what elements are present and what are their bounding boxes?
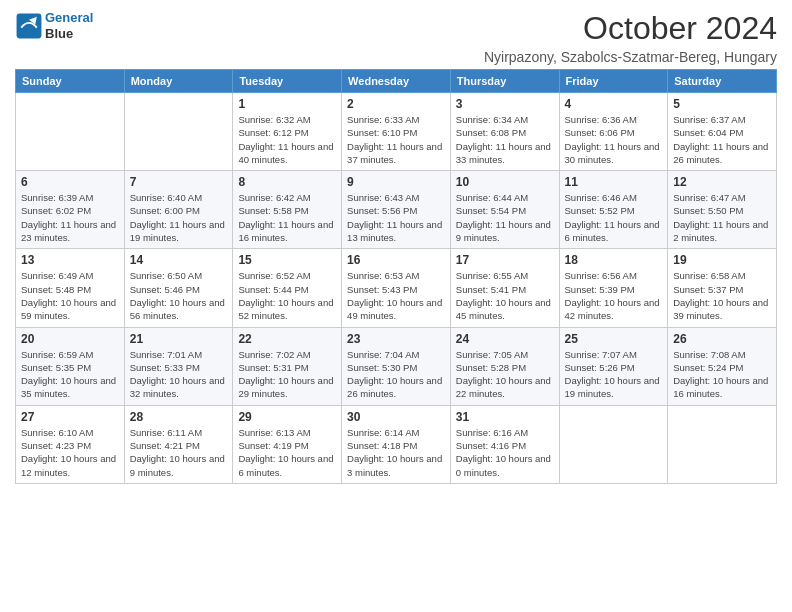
- calendar-cell: 28Sunrise: 6:11 AM Sunset: 4:21 PM Dayli…: [124, 405, 233, 483]
- day-info: Sunrise: 6:55 AM Sunset: 5:41 PM Dayligh…: [456, 269, 554, 322]
- calendar-cell: 25Sunrise: 7:07 AM Sunset: 5:26 PM Dayli…: [559, 327, 668, 405]
- day-info: Sunrise: 7:01 AM Sunset: 5:33 PM Dayligh…: [130, 348, 228, 401]
- day-info: Sunrise: 6:50 AM Sunset: 5:46 PM Dayligh…: [130, 269, 228, 322]
- day-number: 11: [565, 175, 663, 189]
- calendar-week-row: 20Sunrise: 6:59 AM Sunset: 5:35 PM Dayli…: [16, 327, 777, 405]
- day-number: 25: [565, 332, 663, 346]
- day-number: 18: [565, 253, 663, 267]
- day-number: 30: [347, 410, 445, 424]
- calendar-cell: 19Sunrise: 6:58 AM Sunset: 5:37 PM Dayli…: [668, 249, 777, 327]
- day-number: 1: [238, 97, 336, 111]
- day-number: 20: [21, 332, 119, 346]
- calendar-cell: 3Sunrise: 6:34 AM Sunset: 6:08 PM Daylig…: [450, 93, 559, 171]
- calendar-cell: 14Sunrise: 6:50 AM Sunset: 5:46 PM Dayli…: [124, 249, 233, 327]
- calendar-cell: 20Sunrise: 6:59 AM Sunset: 5:35 PM Dayli…: [16, 327, 125, 405]
- day-number: 28: [130, 410, 228, 424]
- page-header: General Blue October 2024 Nyirpazony, Sz…: [15, 10, 777, 65]
- day-number: 19: [673, 253, 771, 267]
- day-info: Sunrise: 6:52 AM Sunset: 5:44 PM Dayligh…: [238, 269, 336, 322]
- day-info: Sunrise: 7:08 AM Sunset: 5:24 PM Dayligh…: [673, 348, 771, 401]
- calendar-cell: [668, 405, 777, 483]
- day-info: Sunrise: 6:11 AM Sunset: 4:21 PM Dayligh…: [130, 426, 228, 479]
- day-info: Sunrise: 6:34 AM Sunset: 6:08 PM Dayligh…: [456, 113, 554, 166]
- day-info: Sunrise: 6:47 AM Sunset: 5:50 PM Dayligh…: [673, 191, 771, 244]
- calendar-cell: 7Sunrise: 6:40 AM Sunset: 6:00 PM Daylig…: [124, 171, 233, 249]
- logo-line2: Blue: [45, 26, 93, 42]
- day-number: 16: [347, 253, 445, 267]
- calendar-cell: 1Sunrise: 6:32 AM Sunset: 6:12 PM Daylig…: [233, 93, 342, 171]
- day-info: Sunrise: 6:33 AM Sunset: 6:10 PM Dayligh…: [347, 113, 445, 166]
- day-number: 15: [238, 253, 336, 267]
- calendar-cell: [16, 93, 125, 171]
- day-of-week-header: Tuesday: [233, 70, 342, 93]
- calendar-cell: 17Sunrise: 6:55 AM Sunset: 5:41 PM Dayli…: [450, 249, 559, 327]
- calendar-cell: 27Sunrise: 6:10 AM Sunset: 4:23 PM Dayli…: [16, 405, 125, 483]
- day-info: Sunrise: 6:42 AM Sunset: 5:58 PM Dayligh…: [238, 191, 336, 244]
- day-number: 22: [238, 332, 336, 346]
- calendar-cell: 31Sunrise: 6:16 AM Sunset: 4:16 PM Dayli…: [450, 405, 559, 483]
- location: Nyirpazony, Szabolcs-Szatmar-Bereg, Hung…: [484, 49, 777, 65]
- day-number: 6: [21, 175, 119, 189]
- day-info: Sunrise: 6:44 AM Sunset: 5:54 PM Dayligh…: [456, 191, 554, 244]
- day-info: Sunrise: 6:49 AM Sunset: 5:48 PM Dayligh…: [21, 269, 119, 322]
- day-info: Sunrise: 6:37 AM Sunset: 6:04 PM Dayligh…: [673, 113, 771, 166]
- calendar-cell: 18Sunrise: 6:56 AM Sunset: 5:39 PM Dayli…: [559, 249, 668, 327]
- day-number: 24: [456, 332, 554, 346]
- day-number: 23: [347, 332, 445, 346]
- day-number: 4: [565, 97, 663, 111]
- day-number: 27: [21, 410, 119, 424]
- calendar-week-row: 13Sunrise: 6:49 AM Sunset: 5:48 PM Dayli…: [16, 249, 777, 327]
- day-of-week-header: Thursday: [450, 70, 559, 93]
- day-number: 10: [456, 175, 554, 189]
- day-number: 31: [456, 410, 554, 424]
- day-of-week-header: Friday: [559, 70, 668, 93]
- calendar-cell: 23Sunrise: 7:04 AM Sunset: 5:30 PM Dayli…: [342, 327, 451, 405]
- calendar-cell: 4Sunrise: 6:36 AM Sunset: 6:06 PM Daylig…: [559, 93, 668, 171]
- calendar-cell: 10Sunrise: 6:44 AM Sunset: 5:54 PM Dayli…: [450, 171, 559, 249]
- day-number: 21: [130, 332, 228, 346]
- calendar-cell: 13Sunrise: 6:49 AM Sunset: 5:48 PM Dayli…: [16, 249, 125, 327]
- title-section: October 2024 Nyirpazony, Szabolcs-Szatma…: [484, 10, 777, 65]
- calendar-cell: 9Sunrise: 6:43 AM Sunset: 5:56 PM Daylig…: [342, 171, 451, 249]
- calendar-cell: 8Sunrise: 6:42 AM Sunset: 5:58 PM Daylig…: [233, 171, 342, 249]
- svg-rect-0: [17, 13, 42, 38]
- calendar-cell: 12Sunrise: 6:47 AM Sunset: 5:50 PM Dayli…: [668, 171, 777, 249]
- day-number: 13: [21, 253, 119, 267]
- day-info: Sunrise: 6:13 AM Sunset: 4:19 PM Dayligh…: [238, 426, 336, 479]
- day-info: Sunrise: 7:02 AM Sunset: 5:31 PM Dayligh…: [238, 348, 336, 401]
- calendar-cell: 21Sunrise: 7:01 AM Sunset: 5:33 PM Dayli…: [124, 327, 233, 405]
- calendar-cell: 22Sunrise: 7:02 AM Sunset: 5:31 PM Dayli…: [233, 327, 342, 405]
- calendar-week-row: 1Sunrise: 6:32 AM Sunset: 6:12 PM Daylig…: [16, 93, 777, 171]
- day-info: Sunrise: 7:04 AM Sunset: 5:30 PM Dayligh…: [347, 348, 445, 401]
- calendar-cell: [124, 93, 233, 171]
- day-of-week-header: Wednesday: [342, 70, 451, 93]
- day-info: Sunrise: 6:16 AM Sunset: 4:16 PM Dayligh…: [456, 426, 554, 479]
- day-info: Sunrise: 6:43 AM Sunset: 5:56 PM Dayligh…: [347, 191, 445, 244]
- logo-line1: General: [45, 10, 93, 25]
- day-info: Sunrise: 6:59 AM Sunset: 5:35 PM Dayligh…: [21, 348, 119, 401]
- logo: General Blue: [15, 10, 93, 41]
- calendar-cell: 26Sunrise: 7:08 AM Sunset: 5:24 PM Dayli…: [668, 327, 777, 405]
- calendar-cell: [559, 405, 668, 483]
- day-info: Sunrise: 6:36 AM Sunset: 6:06 PM Dayligh…: [565, 113, 663, 166]
- day-number: 9: [347, 175, 445, 189]
- calendar-cell: 24Sunrise: 7:05 AM Sunset: 5:28 PM Dayli…: [450, 327, 559, 405]
- calendar-week-row: 6Sunrise: 6:39 AM Sunset: 6:02 PM Daylig…: [16, 171, 777, 249]
- day-info: Sunrise: 6:53 AM Sunset: 5:43 PM Dayligh…: [347, 269, 445, 322]
- calendar-cell: 6Sunrise: 6:39 AM Sunset: 6:02 PM Daylig…: [16, 171, 125, 249]
- calendar-cell: 5Sunrise: 6:37 AM Sunset: 6:04 PM Daylig…: [668, 93, 777, 171]
- day-info: Sunrise: 6:10 AM Sunset: 4:23 PM Dayligh…: [21, 426, 119, 479]
- day-info: Sunrise: 6:56 AM Sunset: 5:39 PM Dayligh…: [565, 269, 663, 322]
- day-number: 26: [673, 332, 771, 346]
- day-info: Sunrise: 6:46 AM Sunset: 5:52 PM Dayligh…: [565, 191, 663, 244]
- day-info: Sunrise: 6:40 AM Sunset: 6:00 PM Dayligh…: [130, 191, 228, 244]
- day-number: 8: [238, 175, 336, 189]
- day-number: 17: [456, 253, 554, 267]
- day-info: Sunrise: 7:05 AM Sunset: 5:28 PM Dayligh…: [456, 348, 554, 401]
- day-number: 12: [673, 175, 771, 189]
- day-of-week-header: Sunday: [16, 70, 125, 93]
- day-number: 7: [130, 175, 228, 189]
- month-title: October 2024: [484, 10, 777, 47]
- day-of-week-header: Saturday: [668, 70, 777, 93]
- day-number: 2: [347, 97, 445, 111]
